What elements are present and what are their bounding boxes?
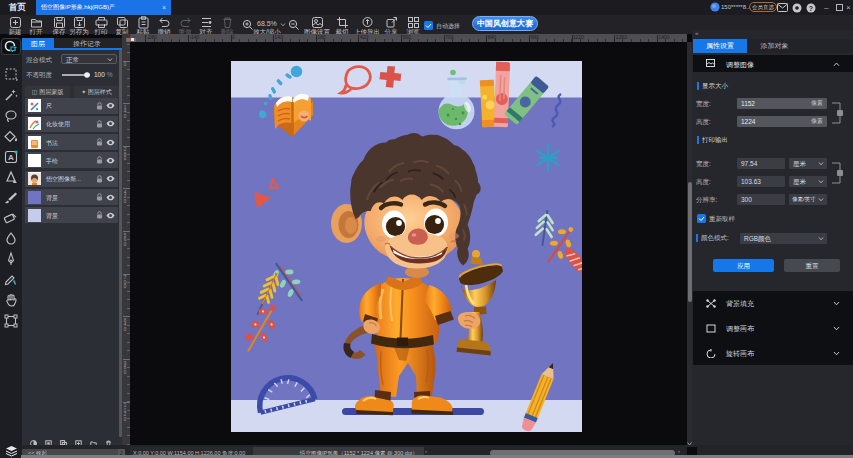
svg-text:A: A — [8, 153, 14, 162]
svg-text:?: ? — [809, 4, 813, 11]
